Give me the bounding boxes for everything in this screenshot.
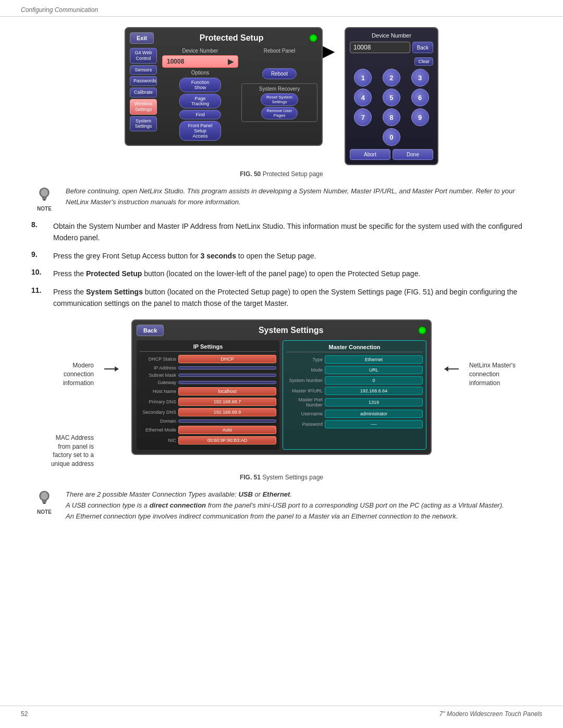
function-show-btn[interactable]: FunctionShow (179, 78, 221, 92)
dhcp-label: DHCP Status (140, 356, 176, 362)
sidebar-btn-sensors[interactable]: Sensors (130, 65, 157, 75)
gateway-value (178, 381, 276, 384)
step-9: 9. Press the grey Front Setup Access but… (31, 250, 532, 262)
option-buttons: FunctionShow PageTracking Find Front Pan… (162, 78, 238, 141)
svg-rect-3 (42, 199, 46, 200)
dhcp-row: DHCP Status DHCP (140, 355, 276, 363)
key-9[interactable]: 9 (411, 108, 429, 126)
dhcp-value: DHCP (178, 355, 276, 363)
reset-system-btn[interactable]: Reset SystemSettings (261, 93, 298, 106)
key-0[interactable]: 0 (383, 128, 400, 146)
nic-row: NIC 00:60:9F:90:B3:AD (140, 436, 276, 445)
front-panel-btn[interactable]: Front PanelSetup Access (179, 121, 221, 141)
master-connection-title: Master Connection (286, 344, 423, 352)
fig50-caption-text: Protected Setup page (263, 170, 323, 178)
page-tracking-btn[interactable]: PageTracking (179, 94, 221, 108)
fig50-arrow-area: ▶ (323, 27, 334, 60)
abort-button[interactable]: Abort (350, 149, 390, 160)
sidebar-btn-calibrate[interactable]: Calibrate (130, 88, 157, 97)
panel-title: Protected Setup (154, 33, 309, 43)
page-number: 52 (21, 710, 28, 718)
key-2[interactable]: 2 (383, 69, 400, 87)
key-5[interactable]: 5 (383, 89, 400, 106)
note1-box: NOTE Before continuing, open NetLinx Stu… (31, 186, 532, 212)
key-3[interactable]: 3 (411, 69, 429, 87)
exit-button[interactable]: Exit (130, 32, 154, 44)
mc-ip-value: 192.168.6.64 (325, 387, 423, 395)
note2-label: NOTE (37, 509, 52, 515)
dns2-row: Secondary DNS 192.168.68.9 (140, 408, 276, 416)
ip-settings-title: IP Settings (140, 343, 276, 352)
mc-port-value: 1319 (325, 398, 423, 406)
back-button[interactable]: Back (137, 325, 164, 336)
sys-panel-header: Back System Settings (137, 325, 426, 336)
mac-address-label: MAC Addressfrom panel isfactory set to a… (31, 434, 94, 468)
step-8: 8. Obtain the System Number and Master I… (31, 220, 532, 244)
svg-point-1 (41, 189, 48, 196)
mc-sysnum-row: System Number 0 (286, 376, 423, 385)
step-11-num: 11. (31, 286, 47, 294)
done-button[interactable]: Done (393, 149, 433, 160)
keypad-title: Device Number (350, 32, 433, 39)
main-content: Exit Protected Setup G4 WebControl Senso… (0, 17, 563, 551)
system-recovery-label: System Recovery (244, 86, 315, 92)
ip-label: IP Address (140, 365, 176, 371)
mc-type-value: Ethernet (325, 355, 423, 364)
footer-product: 7" Modero Widescreen Touch Panels (439, 710, 542, 718)
key-4[interactable]: 4 (354, 89, 372, 106)
sidebar-btn-g4web[interactable]: G4 WebControl (130, 48, 157, 64)
note2-line2: A USB connection type is a direct connec… (66, 500, 504, 511)
note2-text: There are 2 possible Master Connection T… (66, 489, 504, 522)
mc-mode-row: Mode URL (286, 366, 423, 374)
fig51-outer: Moderoconnectioninformation MAC Addressf… (31, 319, 532, 468)
keypad-back-button[interactable]: Back (412, 42, 433, 53)
mc-sysnum-label: System Number (286, 378, 323, 383)
dns2-value: 192.168.68.9 (178, 408, 276, 416)
right-connector (444, 319, 459, 372)
recovery-buttons: Reset SystemSettings Remove UserPages (244, 93, 315, 119)
key-8[interactable]: 8 (383, 108, 400, 126)
fig51-left-labels: Moderoconnectioninformation MAC Addressf… (31, 319, 94, 468)
device-number-keypad: Device Number 10008 Back Clear 1 2 3 4 5… (345, 27, 438, 165)
subnet-value (178, 374, 276, 377)
dns1-value: 192.168.68.7 (178, 398, 276, 406)
breadcrumb: Configuring Communication (21, 6, 98, 14)
fig51-caption: FIG. 51 System Settings page (31, 474, 532, 481)
protected-setup-panel: Exit Protected Setup G4 WebControl Senso… (125, 27, 323, 146)
step-8-text: Obtain the System Number and Master IP A… (53, 220, 532, 244)
note1-text: Before continuing, open NetLinx Studio. … (66, 186, 532, 208)
key-1[interactable]: 1 (354, 69, 372, 87)
sidebar-btn-passwords[interactable]: Passwords (130, 76, 157, 86)
mc-pass-row: Password ---- (286, 420, 423, 428)
svg-rect-2 (42, 198, 47, 199)
sidebar-btn-wireless[interactable]: WirelessSettings (130, 99, 157, 115)
key-6[interactable]: 6 (411, 89, 429, 106)
svg-point-6 (41, 492, 48, 499)
panel-arrow: ▶ (323, 43, 334, 60)
reboot-button[interactable]: Reboot (262, 68, 297, 79)
mc-ip-row: Master IP/URL 192.168.6.64 (286, 387, 423, 395)
sidebar-btn-system[interactable]: SystemSettings (130, 116, 157, 132)
gateway-label: Gateway (140, 380, 176, 385)
remove-user-pages-btn[interactable]: Remove UserPages (261, 107, 298, 119)
fig51-right-labels: NetLinx Master's connection information (469, 319, 532, 387)
note2-icon: NOTE (31, 489, 57, 515)
mc-pass-value: ---- (325, 420, 423, 428)
green-indicator (309, 34, 317, 42)
find-btn[interactable]: Find (179, 110, 221, 119)
left-connector (104, 319, 119, 372)
dns1-label: Primary DNS (140, 399, 176, 404)
reboot-panel-label: Reboot Panel (264, 48, 296, 54)
system-settings-panel: Back System Settings IP Settings DHCP St… (131, 319, 432, 455)
reboot-section: Reboot Panel Reboot (241, 48, 317, 79)
keypad-clear-button[interactable]: Clear (414, 57, 433, 66)
mc-ip-label: Master IP/URL (286, 388, 323, 393)
key-7[interactable]: 7 (354, 108, 372, 126)
ip-value (178, 366, 276, 369)
hostname-label: Host Name (140, 389, 176, 394)
mc-type-label: Type (286, 357, 323, 362)
panel-header: Exit Protected Setup (130, 32, 317, 44)
master-connection-col: Master Connection Type Ethernet Mode URL… (283, 340, 426, 450)
fig50-num: FIG. 50 (240, 170, 261, 178)
mc-port-label: Master Port Number (286, 397, 323, 408)
